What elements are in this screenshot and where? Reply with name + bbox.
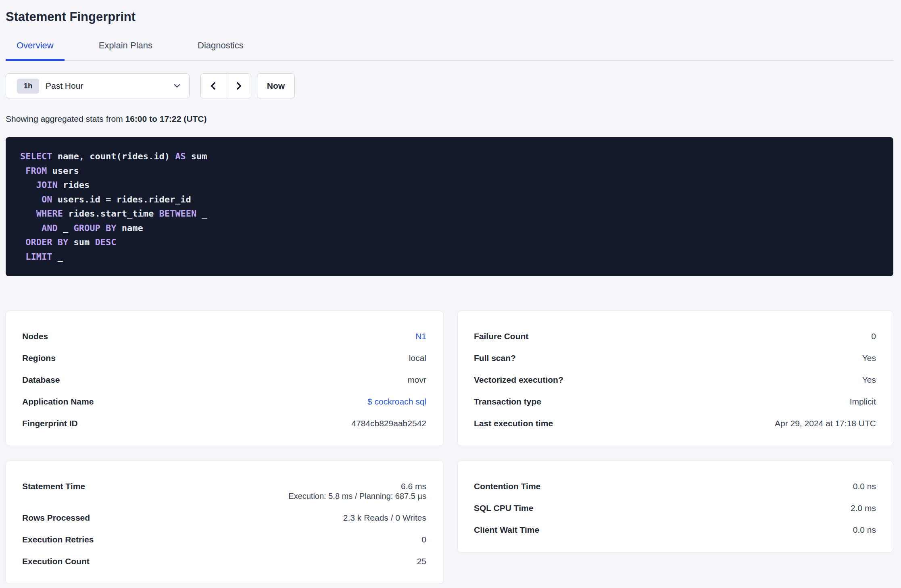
sql-text xyxy=(20,166,25,176)
stat-row: Client Wait Time0.0 ns xyxy=(474,519,876,541)
sql-text xyxy=(20,180,36,190)
stat-value-link[interactable]: $ cockroach sql xyxy=(367,391,426,413)
sql-text: sum xyxy=(68,237,95,247)
stat-value-wrap: Yes xyxy=(862,369,876,391)
tab-explain-plans[interactable]: Explain Plans xyxy=(88,40,163,61)
aggregated-stats-range: 16:00 to 17:22 (UTC) xyxy=(125,114,207,123)
stat-row: Failure Count0 xyxy=(474,325,876,347)
tab-overview[interactable]: Overview xyxy=(6,40,65,61)
statement-details-rows: NodesN1RegionslocalDatabasemovrApplicati… xyxy=(22,325,426,434)
sql-keyword: AND xyxy=(42,223,58,233)
aggregated-stats-note: Showing aggregated stats from 16:00 to 1… xyxy=(6,114,893,124)
stat-value: Apr 29, 2024 at 17:18 UTC xyxy=(775,413,876,434)
stat-value: 2.3 k Reads / 0 Writes xyxy=(343,507,426,529)
stat-label: Regions xyxy=(22,347,56,369)
stat-value: 25 xyxy=(417,550,426,572)
chevron-left-icon xyxy=(208,81,219,91)
sql-text xyxy=(20,194,42,204)
statement-times-rows: Statement Time6.6 msExecution: 5.8 ms / … xyxy=(22,475,426,572)
stat-value-wrap: local xyxy=(409,347,426,369)
statement-times-card: Statement Time6.6 msExecution: 5.8 ms / … xyxy=(6,461,444,584)
sql-line: ON users.id = rides.rider_id xyxy=(20,192,879,207)
stat-label: Rows Processed xyxy=(22,507,90,529)
stat-value: movr xyxy=(407,369,426,391)
stat-row: Regionslocal xyxy=(22,347,426,369)
tab-bar: Overview Explain Plans Diagnostics xyxy=(6,40,893,61)
stat-row: Transaction typeImplicit xyxy=(474,391,876,413)
stat-value-wrap: N1 xyxy=(415,325,426,347)
stat-value-wrap: Apr 29, 2024 at 17:18 UTC xyxy=(775,413,876,434)
stat-row: Last execution timeApr 29, 2024 at 17:18… xyxy=(474,413,876,434)
sql-keyword: JOIN xyxy=(36,180,58,190)
stat-value: Yes xyxy=(862,369,876,391)
stat-row: Rows Processed2.3 k Reads / 0 Writes xyxy=(22,507,426,529)
stat-label: Statement Time xyxy=(22,475,85,507)
time-range-selector[interactable]: 1h Past Hour xyxy=(6,73,190,98)
sql-keyword: WHERE xyxy=(36,209,63,219)
sql-text: _ xyxy=(58,223,74,233)
chevron-down-icon xyxy=(172,81,182,91)
next-range-button[interactable] xyxy=(226,74,251,98)
sql-line: WHERE rides.start_time BETWEEN _ xyxy=(20,206,879,221)
time-range-badge: 1h xyxy=(17,79,39,94)
stat-label: Vectorized execution? xyxy=(474,369,563,391)
sql-line: ORDER BY sum DESC xyxy=(20,235,879,250)
sql-line: LIMIT _ xyxy=(20,250,879,264)
stat-row: Execution Count25 xyxy=(22,550,426,572)
stat-value-wrap: Yes xyxy=(862,347,876,369)
sql-text xyxy=(20,237,25,247)
prev-range-button[interactable] xyxy=(201,74,226,98)
sql-keyword: SELECT xyxy=(20,151,52,161)
stat-value-wrap: Implicit xyxy=(850,391,876,413)
stat-label: Nodes xyxy=(22,325,48,347)
sql-text: users xyxy=(47,166,79,176)
stat-row: SQL CPU Time2.0 ms xyxy=(474,497,876,519)
sql-keyword: LIMIT xyxy=(25,252,52,262)
sql-keyword: GROUP BY xyxy=(73,223,116,233)
chevron-right-icon xyxy=(234,81,244,91)
stat-label: Database xyxy=(22,369,60,391)
stat-value-wrap: $ cockroach sql xyxy=(367,391,426,413)
stat-row: Application Name$ cockroach sql xyxy=(22,391,426,413)
stat-label: Application Name xyxy=(22,391,94,413)
stat-value-wrap: 0.0 ns xyxy=(853,519,876,541)
stat-row: Databasemovr xyxy=(22,369,426,391)
stat-value: local xyxy=(409,347,426,369)
now-button[interactable]: Now xyxy=(257,73,295,98)
sql-text: users.id = rides.rider_id xyxy=(52,194,191,204)
stat-value: 2.0 ms xyxy=(851,497,876,519)
stat-label: Failure Count xyxy=(474,325,528,347)
stat-value-link[interactable]: N1 xyxy=(415,325,426,347)
stat-value-wrap: 6.6 msExecution: 5.8 ms / Planning: 687.… xyxy=(288,475,426,507)
sql-text xyxy=(20,223,42,233)
statement-details-card: NodesN1RegionslocalDatabasemovrApplicati… xyxy=(6,311,444,446)
sql-text: _ xyxy=(52,252,63,262)
sql-keyword: BETWEEN xyxy=(159,209,196,219)
stat-value-wrap: 2.0 ms xyxy=(851,497,876,519)
stat-value: Implicit xyxy=(850,391,876,413)
overview-cards-bottom: Statement Time6.6 msExecution: 5.8 ms / … xyxy=(6,461,893,584)
wait-times-card: Contention Time0.0 nsSQL CPU Time2.0 msC… xyxy=(457,461,893,553)
stat-value-wrap: 4784cb829aab2542 xyxy=(351,413,426,434)
stat-label: Execution Retries xyxy=(22,529,94,550)
stat-value: 0 xyxy=(871,325,876,347)
tab-diagnostics[interactable]: Diagnostics xyxy=(187,40,254,61)
sql-keyword: DESC xyxy=(95,237,116,247)
statement-fingerprint-page: Statement Fingerprint Overview Explain P… xyxy=(0,0,901,584)
stat-label: Transaction type xyxy=(474,391,541,413)
sql-text: rides xyxy=(58,180,90,190)
stat-row: Full scan?Yes xyxy=(474,347,876,369)
stat-label: Client Wait Time xyxy=(474,519,539,541)
stat-label: Full scan? xyxy=(474,347,516,369)
aggregated-stats-prefix: Showing aggregated stats from xyxy=(6,114,125,123)
stat-value: Yes xyxy=(862,347,876,369)
sql-statement-box: SELECT name, count(rides.id) AS sum FROM… xyxy=(6,137,893,276)
stat-value-wrap: 2.3 k Reads / 0 Writes xyxy=(343,507,426,529)
sql-text: name, count(rides.id) xyxy=(52,151,175,161)
sql-text: rides.start_time xyxy=(63,209,159,219)
stat-value: 0.0 ns xyxy=(853,519,876,541)
sql-text xyxy=(20,252,25,262)
overview-cards-top: NodesN1RegionslocalDatabasemovrApplicati… xyxy=(6,311,893,446)
stat-subvalue: Execution: 5.8 ms / Planning: 687.5 µs xyxy=(288,492,426,507)
stat-value-wrap: 0.0 ns xyxy=(853,475,876,497)
